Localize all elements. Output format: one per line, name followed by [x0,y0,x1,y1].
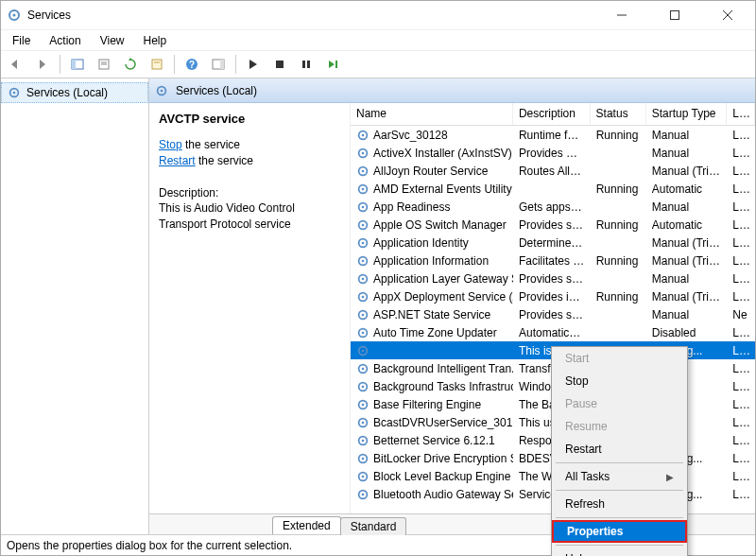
col-startup[interactable]: Startup Type [646,103,728,125]
service-startup: Automatic [646,182,728,196]
minimize-button[interactable] [600,2,644,28]
tree-item-label: Services (Local) [26,86,108,99]
ctx-stop[interactable]: Stop [552,370,687,392]
col-name[interactable]: Name [351,103,513,125]
service-logon: Loc [727,362,755,375]
service-logon: Loc [727,236,755,250]
service-name: Background Tasks Infrastruc... [373,380,513,393]
service-gear-icon [356,218,369,232]
pause-service-button[interactable] [295,53,318,76]
toolbar-divider [235,55,236,74]
service-row[interactable]: AMD External Events UtilityRunningAutoma… [351,180,755,198]
toolbar-divider [60,55,60,74]
service-row[interactable]: Application Layer Gateway S...Provides s… [351,269,755,287]
svg-point-56 [362,403,365,406]
detail-pane: AVCTP service Stop the service Restart t… [149,103,350,513]
service-row[interactable]: Application InformationFacilitates th...… [351,252,755,269]
service-row[interactable]: AarSvc_30128Runtime for ...RunningManual… [351,126,755,144]
ctx-restart[interactable]: Restart [552,438,687,460]
stop-suffix: the service [182,138,240,151]
service-gear-icon [356,434,369,447]
service-description: Gets apps re... [513,200,591,214]
ctx-start[interactable]: Start [552,347,687,370]
svg-point-66 [362,493,365,495]
col-description[interactable]: Description [513,103,591,125]
col-logon[interactable]: Log On As [727,103,755,125]
service-row[interactable]: ActiveX Installer (AxInstSV)Provides Use… [351,144,755,162]
svg-rect-11 [152,60,162,69]
back-button[interactable] [5,53,27,76]
svg-point-54 [362,385,365,388]
help-button[interactable]: ? [180,53,203,76]
close-button[interactable] [706,2,749,28]
service-description: Provides sup... [513,308,591,321]
service-status: Running [591,129,646,142]
service-startup: Disabled [646,326,728,339]
stop-link[interactable]: Stop [159,138,182,151]
svg-point-34 [362,205,365,208]
maximize-button[interactable] [653,2,696,28]
service-logon: Ne [727,308,755,321]
service-name: AMD External Events Utility [373,182,512,196]
properties-button[interactable] [146,53,168,76]
service-description: Routes AllJo... [513,165,591,178]
service-row[interactable]: App ReadinessGets apps re...ManualLoc [351,198,755,216]
service-gear-icon [356,416,369,429]
menu-help[interactable]: Help [136,32,175,49]
action-pane-button[interactable] [207,53,230,76]
tab-standard[interactable]: Standard [340,517,407,535]
ctx-help[interactable]: Help [552,547,687,556]
svg-point-58 [362,421,365,424]
service-row[interactable]: ASP.NET State ServiceProvides sup...Manu… [351,305,755,323]
menu-action[interactable]: Action [42,32,88,49]
ctx-separator [556,490,683,491]
service-name: AllJoyn Router Service [373,165,488,178]
tree-item-services-local[interactable]: Services (Local) [1,82,148,103]
service-logon: Loc [727,416,755,429]
service-row[interactable]: AllJoyn Router ServiceRoutes AllJo...Man… [351,162,755,180]
restart-link[interactable]: Restart [159,154,196,167]
svg-point-36 [362,223,365,226]
service-startup: Manual [646,272,728,286]
service-gear-icon [356,272,369,286]
start-service-button[interactable] [242,53,265,76]
svg-point-38 [362,241,365,244]
menu-view[interactable]: View [93,32,132,49]
forward-button[interactable] [31,53,54,76]
ctx-properties[interactable]: Properties [552,520,687,543]
ctx-resume[interactable]: Resume [552,415,687,438]
service-gear-icon [356,236,369,250]
services-gear-icon [155,84,168,97]
service-row[interactable]: Apple OS Switch ManagerProvides sup...Ru… [351,216,755,234]
tab-extended[interactable]: Extended [272,516,341,534]
service-row[interactable]: Application IdentityDetermines ...Manual… [351,234,755,252]
show-hide-pane-button[interactable] [66,53,89,76]
service-startup: Manual (Trigg... [646,254,728,268]
right-header-label: Services (Local) [176,84,257,97]
service-logon: Loc [727,470,755,483]
ctx-refresh[interactable]: Refresh [552,493,687,515]
right-header: Services (Local) [149,78,755,103]
col-status[interactable]: Status [591,103,646,125]
export-list-button[interactable] [93,53,115,76]
service-gear-icon [356,344,369,357]
stop-service-button[interactable] [268,53,291,76]
ctx-all-tasks[interactable]: All Tasks▶ [552,465,687,488]
ctx-all-tasks-label: All Tasks [565,470,610,483]
refresh-button[interactable] [119,53,142,76]
service-description: Provides sup... [513,272,591,286]
service-logon: Loc [727,452,755,465]
service-logon: Loc [727,147,755,160]
service-status: Running [591,182,646,196]
service-name: Block Level Backup Engine S... [373,470,513,483]
svg-point-44 [362,295,365,298]
svg-point-24 [161,89,163,92]
menu-file[interactable]: File [5,32,38,49]
service-description: Provides infr... [513,290,591,304]
service-row[interactable]: Auto Time Zone UpdaterAutomaticall...Dis… [351,323,755,341]
column-headers: Name Description Status Startup Type Log… [351,103,755,126]
restart-service-button[interactable] [321,53,344,76]
service-row[interactable]: AppX Deployment Service (A...Provides in… [351,287,755,305]
svg-rect-20 [335,61,337,68]
ctx-pause[interactable]: Pause [552,392,687,415]
